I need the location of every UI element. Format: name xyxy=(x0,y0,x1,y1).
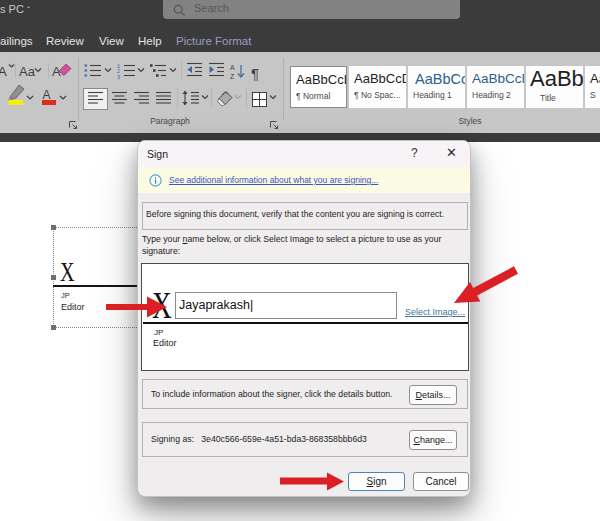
svg-text:A: A xyxy=(0,64,7,79)
svg-text:Aa: Aa xyxy=(19,64,36,79)
svg-text:3: 3 xyxy=(117,74,120,80)
svg-text:¶: ¶ xyxy=(251,65,259,82)
svg-text:Z: Z xyxy=(230,73,235,80)
svg-text:A: A xyxy=(230,64,235,71)
svg-text:A: A xyxy=(43,88,51,102)
